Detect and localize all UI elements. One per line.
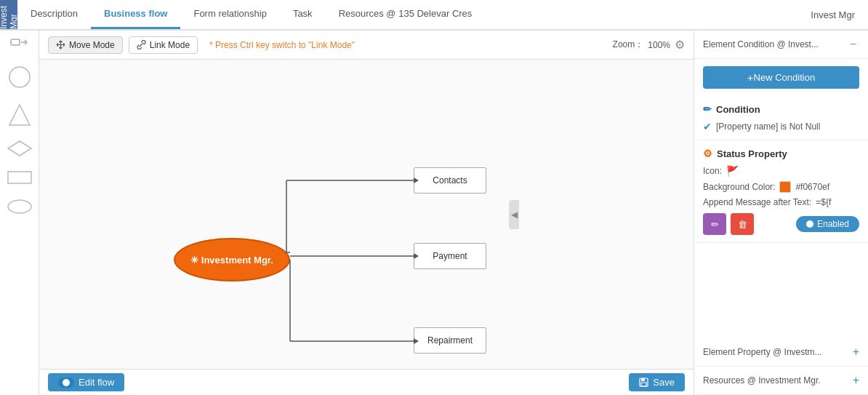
resources-plus-icon[interactable]: + xyxy=(853,374,859,387)
move-mode-button[interactable]: Move Mode xyxy=(48,36,123,54)
ellipse-label: ✳ Investment Mgr. xyxy=(190,255,273,266)
delete-condition-button[interactable]: 🗑 xyxy=(731,213,754,235)
color-hex-value: #f0670ef xyxy=(795,182,829,192)
svg-rect-16 xyxy=(641,378,645,381)
link-mode-label: Link Mode xyxy=(150,40,190,50)
shape-panel xyxy=(0,31,39,395)
condition-section: ✏ Condition ✔ [Property name] is Not Nul… xyxy=(694,96,868,140)
status-section-title: ⚙ Status Property xyxy=(703,148,859,159)
payment-label: Payment xyxy=(433,251,467,261)
sidebar-vertical-label: Invest Mgr xyxy=(0,0,17,29)
append-label: Append Message after Text: xyxy=(703,197,811,207)
rp-action-buttons: ✏ 🗑 Enabled xyxy=(703,213,859,235)
bg-color-row: Background Color: #f0670ef xyxy=(703,181,859,193)
svg-point-5 xyxy=(8,200,31,213)
condition-text-row: ✔ [Property name] is Not Null xyxy=(703,121,859,132)
status-property-section: ⚙ Status Property Icon: 🚩 Background Col… xyxy=(694,140,868,243)
trash-icon: 🗑 xyxy=(738,219,747,230)
repairment-node[interactable]: Repairment xyxy=(414,327,486,354)
repairment-label: Repairment xyxy=(427,335,473,346)
svg-point-1 xyxy=(9,67,30,87)
enabled-dot xyxy=(806,220,813,228)
shape-ellipse-icon[interactable] xyxy=(7,198,33,215)
svg-marker-3 xyxy=(8,141,31,156)
shape-move-icon[interactable] xyxy=(9,38,30,52)
tab-description[interactable]: Description xyxy=(17,0,91,29)
condition-pencil-icon: ✏ xyxy=(703,103,712,115)
append-value: =${f xyxy=(816,197,831,207)
shape-triangle-icon[interactable] xyxy=(7,102,33,128)
icon-label: Icon: xyxy=(703,166,722,176)
svg-rect-17 xyxy=(641,383,646,386)
canvas[interactable]: ✳ Investment Mgr. Contacts Payment Repai… xyxy=(39,60,694,369)
condition-section-title: ✏ Condition xyxy=(703,103,859,115)
payment-node[interactable]: Payment xyxy=(414,243,486,269)
svg-rect-4 xyxy=(8,172,31,183)
plus-icon: + xyxy=(747,71,754,84)
append-msg-row: Append Message after Text: =${f xyxy=(703,197,859,207)
toolbar-hint: * Press Ctrl key switch to "Link Mode" xyxy=(209,40,355,50)
enabled-label: Enabled xyxy=(817,219,849,229)
rp-header: Element Condition @ Invest... − xyxy=(694,31,868,59)
link-mode-button[interactable]: Link Mode xyxy=(129,36,198,54)
condition-text: [Property name] is Not Null xyxy=(716,121,820,132)
new-condition-button[interactable]: + New Condition xyxy=(703,66,859,89)
canvas-container: Move Mode Link Mode * Press Ctrl key swi… xyxy=(39,31,694,395)
shape-circle-icon[interactable] xyxy=(7,64,33,90)
edit-flow-label: Edit flow xyxy=(79,377,114,388)
condition-check-icon: ✔ xyxy=(703,121,712,132)
new-condition-label: New Condition xyxy=(754,72,816,83)
tab-resources[interactable]: Resources @ 135 Delevar Cres xyxy=(326,0,486,29)
edit-flow-button[interactable]: Edit flow xyxy=(48,373,124,391)
shape-diamond-icon[interactable] xyxy=(7,140,33,157)
main-body: Move Mode Link Mode * Press Ctrl key swi… xyxy=(0,31,868,395)
zoom-info: Zoom： 100% ⚙ xyxy=(613,38,685,52)
tab-business-flow[interactable]: Business flow xyxy=(91,0,180,29)
contacts-node[interactable]: Contacts xyxy=(414,167,486,193)
edit-condition-button[interactable]: ✏ xyxy=(703,213,726,235)
save-label: Save xyxy=(653,377,675,388)
rp-header-title: Element Condition @ Invest... xyxy=(703,39,847,49)
investment-mgr-node[interactable]: ✳ Investment Mgr. xyxy=(174,238,290,282)
tab-task[interactable]: Task xyxy=(280,0,326,29)
edit-icon: ✏ xyxy=(711,219,719,230)
save-button[interactable]: Save xyxy=(629,373,685,391)
bg-color-label: Background Color: xyxy=(703,182,775,192)
toolbar: Move Mode Link Mode * Press Ctrl key swi… xyxy=(39,31,694,60)
icon-row: Icon: 🚩 xyxy=(703,165,859,177)
status-title-text: Status Property xyxy=(717,148,787,159)
bottom-bar: Edit flow Save xyxy=(39,369,694,395)
element-property-section[interactable]: Element Property @ Investm... + xyxy=(694,338,868,367)
enabled-toggle-button[interactable]: Enabled xyxy=(796,216,859,232)
move-mode-label: Move Mode xyxy=(69,40,115,50)
element-property-plus-icon[interactable]: + xyxy=(853,346,859,359)
tabs-bar: Invest Mgr Description Business flow For… xyxy=(0,0,868,31)
flag-icon: 🚩 xyxy=(726,165,739,177)
resources-section[interactable]: Resources @ Investment Mgr. + xyxy=(694,367,868,395)
svg-rect-0 xyxy=(11,39,20,45)
status-gear-icon: ⚙ xyxy=(703,148,712,159)
resources-label: Resources @ Investment Mgr. xyxy=(703,375,821,386)
zoom-settings-icon[interactable]: ⚙ xyxy=(675,38,685,52)
panel-collapse-toggle[interactable]: ◀ xyxy=(509,200,519,229)
zoom-label: Zoom： xyxy=(613,39,644,51)
zoom-value: 100% xyxy=(648,40,670,50)
element-property-label: Element Property @ Investm... xyxy=(703,347,822,357)
svg-marker-2 xyxy=(9,105,30,125)
color-swatch[interactable] xyxy=(779,181,791,193)
contacts-label: Contacts xyxy=(433,175,467,185)
shape-rectangle-icon[interactable] xyxy=(7,169,33,186)
tab-right-label: Invest Mgr xyxy=(797,0,868,29)
toggle-switch-icon xyxy=(58,378,74,388)
condition-title-text: Condition xyxy=(716,104,760,115)
tab-form-relationship[interactable]: Form relationship xyxy=(180,0,279,29)
rp-collapse-button[interactable]: − xyxy=(847,38,859,51)
flow-arrows xyxy=(39,60,694,369)
right-panel: Element Condition @ Invest... − + New Co… xyxy=(694,31,868,395)
